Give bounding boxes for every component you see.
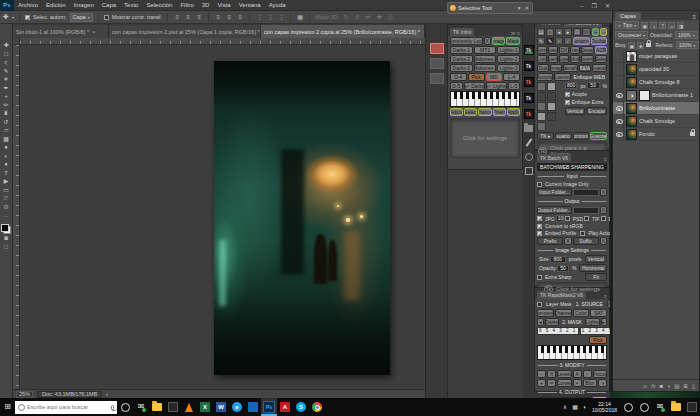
menu-capa[interactable]: Capa — [98, 2, 120, 8]
blend-fuerte-button[interactable]: Fuerte — [548, 55, 558, 63]
tk-module-icon[interactable]: Tk — [524, 45, 534, 55]
adjust-button[interactable]: Adjust — [450, 108, 463, 116]
doc-tab-untitled[interactable]: Sin título-1 al 100% (RGB/8) * × — [13, 25, 109, 38]
embed-profile-checkbox[interactable] — [537, 231, 542, 236]
collapse-icon[interactable]: ▾ — [517, 5, 522, 11]
lock-all-icon[interactable] — [646, 43, 651, 47]
menu-texto[interactable]: Texto — [120, 2, 142, 8]
link-layers-icon[interactable]: ∞ — [643, 380, 647, 392]
input-clear-button[interactable]: X — [600, 188, 607, 196]
hand-tool[interactable] — [1, 195, 12, 202]
new-layer-icon[interactable]: ⊞ — [683, 380, 688, 392]
capas-tab[interactable]: Capas — [615, 12, 641, 20]
apply-button[interactable]: Apply — [507, 108, 520, 116]
lights-3-button[interactable]: Lights-3 — [497, 64, 520, 72]
plusminus-lights-button[interactable]: +/- Lights — [486, 82, 507, 90]
layer-thumbnail[interactable] — [626, 129, 637, 140]
align-middle-icon[interactable]: ≡ — [225, 13, 233, 22]
bw-button[interactable]: B&W — [579, 64, 591, 72]
darks-level-keys[interactable]: 6 5 4 3 2 1 — [537, 327, 579, 335]
suffix-button[interactable]: Suffix — [573, 237, 599, 245]
folder-icon[interactable] — [524, 125, 533, 132]
layer-icon[interactable] — [547, 112, 556, 121]
vertical-button[interactable]: Vertical — [585, 255, 607, 263]
horizontal-button[interactable]: Horizontal — [579, 264, 607, 272]
encajar-button[interactable]: Encajar — [586, 107, 607, 115]
fit-button[interactable]: Fit — [585, 273, 607, 281]
shape-tool[interactable] — [1, 187, 12, 194]
taskbar-blue-app[interactable] — [245, 398, 261, 416]
contrast-button[interactable]: ◑ — [598, 379, 607, 387]
invertir-button[interactable]: Invertir — [581, 55, 595, 63]
plusminus-darks-button[interactable]: +/- Darks — [464, 82, 485, 90]
layer-row-opacidad-30[interactable]: opacidad 30 — [613, 63, 699, 76]
layer-row-chalk-smudge[interactable]: Chalk Smudge — [613, 115, 699, 128]
taskbar-excel[interactable]: X — [197, 398, 213, 416]
jpg-checkbox[interactable] — [537, 216, 542, 221]
dodge-brush-icon[interactable]: ✎ — [546, 37, 554, 45]
collapsed-panel-icon[interactable] — [430, 73, 444, 84]
quick-selection-tool[interactable] — [1, 68, 12, 75]
eraser-tool[interactable] — [1, 127, 12, 134]
tk-infinity-tab[interactable]: TK Infini — [450, 28, 474, 36]
layer-thumbnail[interactable] — [626, 103, 637, 114]
tab-close-icon[interactable]: × — [423, 29, 425, 35]
tk-module-icon[interactable]: Tk — [524, 93, 534, 103]
brush-tool[interactable] — [1, 102, 12, 109]
fill-dropdown[interactable]: 100%▾ — [676, 41, 699, 49]
align-right-icon[interactable]: ≡ — [195, 13, 203, 22]
tray-app-window[interactable] — [636, 398, 652, 416]
png-checkbox[interactable] — [601, 216, 606, 221]
layer-icon[interactable] — [547, 92, 556, 101]
panel-menu-icon[interactable]: ≡ — [604, 293, 609, 299]
layer-thumbnail[interactable] — [626, 64, 637, 75]
a-button[interactable]: A — [573, 370, 582, 378]
dodge-tool[interactable] — [1, 153, 12, 160]
size-field[interactable]: 800 — [550, 256, 566, 263]
taskbar-word[interactable]: W — [213, 398, 229, 416]
search-input[interactable] — [27, 404, 101, 410]
prefix-clear-button[interactable]: X — [564, 237, 571, 245]
taskbar-skype[interactable]: S — [293, 398, 309, 416]
desat-button[interactable]: Desat — [581, 46, 595, 54]
darks-arrow-icon[interactable]: ◂ — [537, 318, 544, 326]
tk-module-icon[interactable]: Tk — [524, 77, 534, 87]
square-icon[interactable] — [525, 167, 533, 175]
next-icon[interactable]: ▸ — [564, 28, 572, 36]
lock-position-icon[interactable]: ✚ — [637, 42, 644, 49]
output-folder-button[interactable]: Output Folder... — [537, 206, 572, 214]
align-top-icon[interactable]: ≡ — [214, 13, 222, 22]
doc-tab-impresion2-copia[interactable]: con capas impresion 2 copia al 25% (Bril… — [261, 25, 425, 38]
panel-menu-icon[interactable]: ≡ — [604, 156, 609, 162]
edit-toolbar-icon[interactable] — [1, 212, 12, 219]
start-button[interactable] — [0, 398, 15, 416]
md-button[interactable]: MD — [486, 73, 503, 81]
channel-button[interactable]: Channel — [478, 108, 491, 116]
taskbar-photoshop[interactable]: Ps — [261, 398, 277, 416]
mask-button[interactable]: Mask — [506, 37, 520, 45]
taskbar-edge[interactable]: e — [229, 398, 245, 416]
layer-icon[interactable] — [537, 82, 546, 91]
blend-mult-button[interactable]: Mult — [570, 55, 580, 63]
ocultar-button[interactable]: Ocultar — [591, 37, 608, 45]
menu-edicion[interactable]: Edición — [42, 2, 70, 8]
suffix-clear-button[interactable]: X — [600, 237, 607, 245]
midtones-3-button[interactable]: Midtones-3 — [474, 64, 497, 72]
healing-brush-tool[interactable] — [1, 93, 12, 100]
close-icon[interactable]: ✕ — [523, 5, 530, 11]
prev-icon[interactable]: ◂ — [555, 28, 563, 36]
layer-thumbnail[interactable] — [626, 77, 637, 88]
collapsed-panel-icon[interactable] — [430, 58, 444, 69]
d4-button[interactable]: D-4 — [450, 73, 467, 81]
selective-tool-panel-icon[interactable] — [430, 43, 444, 54]
play-action-checkbox[interactable] — [580, 231, 585, 236]
history-brush-tool[interactable] — [1, 119, 12, 126]
taskbar-chrome[interactable] — [309, 398, 325, 416]
pick-button[interactable]: Pick — [589, 336, 607, 344]
current-image-only-checkbox[interactable] — [537, 182, 542, 187]
pen-tool[interactable] — [1, 161, 12, 168]
filter-shape-icon[interactable]: ▱ — [668, 22, 675, 29]
pick-button[interactable]: Pick — [468, 73, 485, 81]
move-tool-icon[interactable]: ✚ — [3, 12, 9, 22]
lasso-tool[interactable] — [1, 59, 12, 66]
